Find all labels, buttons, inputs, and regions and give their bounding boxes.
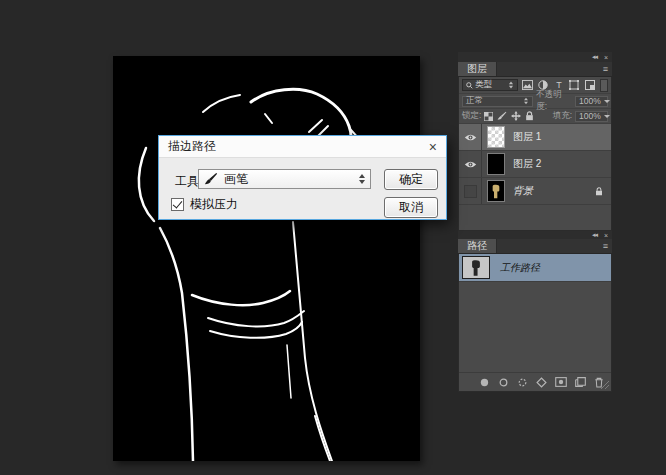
close-panel-icon[interactable]: × — [604, 232, 607, 239]
layer-thumbnail[interactable] — [487, 180, 505, 202]
visibility-toggle[interactable] — [459, 151, 482, 177]
layer-lock-icon — [595, 187, 603, 196]
eye-hidden-well — [464, 185, 477, 198]
path-name[interactable]: 工作路径 — [500, 261, 540, 275]
simulate-pressure-label: 模拟压力 — [190, 196, 238, 213]
brush-icon — [204, 172, 218, 186]
layers-panel-group: ◂◂ × 图层 ≡ 类型 — [458, 52, 612, 231]
opacity-select[interactable]: 100% — [575, 96, 608, 107]
fill-label: 填充: — [553, 110, 572, 122]
visibility-toggle[interactable] — [459, 178, 482, 204]
close-panel-icon[interactable]: × — [604, 54, 607, 61]
filter-smart-objects-icon[interactable] — [584, 79, 596, 91]
eye-icon — [464, 133, 477, 142]
stroke-path-dialog: 描边路径 × 工具: 画笔 确定 取消 模拟压力 — [158, 135, 447, 220]
dialog-title-bar[interactable]: 描边路径 × — [159, 136, 446, 158]
new-path-icon[interactable] — [575, 377, 586, 387]
blend-mode-select[interactable]: 正常 — [462, 96, 533, 107]
filter-type-label: 类型 — [475, 79, 492, 91]
layer-filter-select[interactable]: 类型 — [462, 79, 518, 91]
layer-name[interactable]: 图层 2 — [513, 157, 541, 171]
stroke-path-icon[interactable] — [498, 377, 509, 388]
layer-thumbnail[interactable] — [487, 126, 505, 148]
lock-label: 锁定: — [462, 110, 481, 122]
layer-row-2[interactable]: 图层 2 — [459, 151, 611, 178]
chevron-down-icon — [604, 100, 610, 103]
fist-path-art — [469, 259, 483, 277]
tool-select-value: 画笔 — [224, 171, 248, 188]
simulate-pressure-checkbox[interactable] — [171, 198, 184, 211]
tool-select[interactable]: 画笔 — [198, 169, 371, 189]
lock-pixels-brush-icon[interactable] — [497, 111, 507, 121]
search-icon — [466, 82, 473, 89]
fill-select[interactable]: 100% — [575, 111, 608, 122]
panel-resize-handle[interactable] — [601, 381, 609, 389]
tab-layers[interactable]: 图层 — [458, 62, 497, 76]
layer-thumbnail[interactable] — [487, 153, 505, 175]
lock-transparent-icon[interactable] — [484, 112, 493, 121]
path-thumbnail[interactable] — [462, 256, 490, 279]
collapse-panel-icon[interactable]: ◂◂ — [592, 231, 597, 239]
collapse-panel-icon[interactable]: ◂◂ — [592, 53, 597, 61]
paths-panel-group: ◂◂ × 路径 ≡ 工作路径 — [458, 231, 612, 392]
document-canvas[interactable] — [113, 56, 420, 461]
panel-menu-icon[interactable]: ≡ — [603, 239, 612, 253]
tab-paths[interactable]: 路径 — [458, 239, 497, 253]
fist-line-art — [113, 56, 420, 461]
visibility-toggle[interactable] — [459, 124, 482, 150]
tool-select-stepper[interactable] — [359, 174, 365, 184]
filter-pixel-layers-icon[interactable] — [522, 79, 534, 91]
fill-path-icon[interactable] — [479, 377, 490, 388]
layer-row-background[interactable]: 背景 — [459, 178, 611, 205]
opacity-value: 100% — [579, 96, 601, 106]
layer-name[interactable]: 图层 1 — [513, 130, 541, 144]
layer-name[interactable]: 背景 — [513, 184, 533, 198]
dialog-title: 描边路径 — [168, 138, 216, 155]
lock-all-icon[interactable] — [525, 111, 534, 121]
cancel-button[interactable]: 取消 — [384, 197, 438, 218]
work-path-row[interactable]: 工作路径 — [459, 254, 611, 282]
layer-row-1[interactable]: 图层 1 — [459, 124, 611, 151]
fist-thumbnail-art — [490, 183, 502, 200]
ok-button[interactable]: 确定 — [384, 169, 438, 190]
add-mask-icon[interactable] — [555, 377, 567, 387]
panel-menu-icon[interactable]: ≡ — [603, 62, 612, 76]
photoshop-window: 描边路径 × 工具: 画笔 确定 取消 模拟压力 ◂◂ × 图层 ≡ — [0, 0, 666, 475]
fill-value: 100% — [579, 111, 601, 121]
load-selection-icon[interactable] — [517, 377, 528, 388]
lock-position-icon[interactable] — [511, 111, 521, 121]
make-work-path-icon[interactable] — [536, 377, 547, 388]
eye-icon — [464, 160, 477, 169]
chevron-down-icon — [604, 115, 610, 118]
blend-mode-value: 正常 — [466, 95, 483, 107]
close-icon[interactable]: × — [429, 140, 437, 154]
filter-on-off-toggle[interactable] — [600, 79, 608, 92]
